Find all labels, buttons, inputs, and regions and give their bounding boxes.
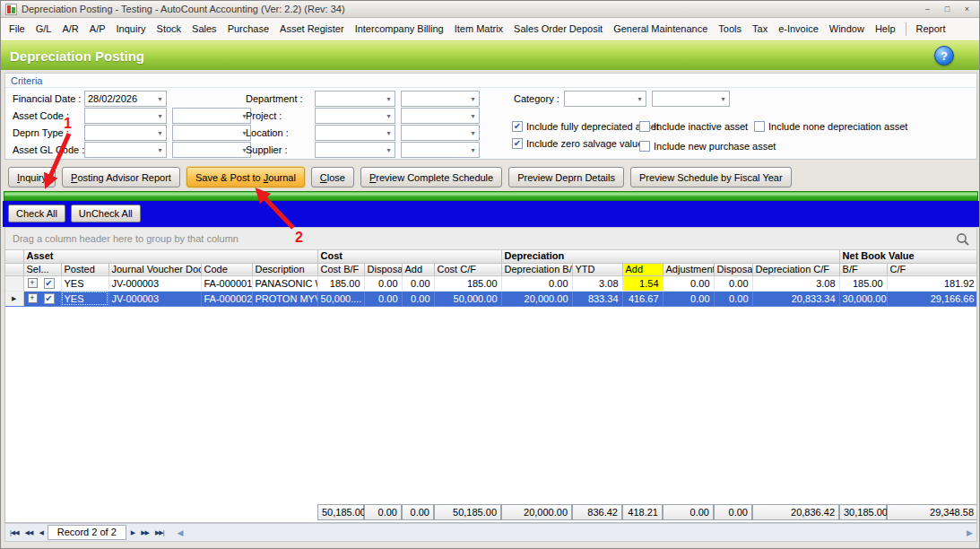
last-record-icon[interactable]: ▶▶| xyxy=(153,529,166,536)
cell-add-10[interactable]: 1.54 xyxy=(622,275,663,291)
menu-item-general-maintenance[interactable]: General Maintenance xyxy=(608,18,713,40)
checkbox-include-zero-salvage-value[interactable]: ✔Include zero salvage value xyxy=(512,137,643,150)
checked-checkbox-icon[interactable]: ✔ xyxy=(512,121,523,132)
asset-gl-code-dropdown-1[interactable]: ▾ xyxy=(84,142,167,158)
menu-item-stock[interactable]: Stock xyxy=(152,18,187,40)
menu-item-a-p[interactable]: A/P xyxy=(84,18,111,40)
scroll-left-icon[interactable]: ◀ xyxy=(178,528,184,537)
prior-page-icon[interactable]: ◀◀ xyxy=(23,529,35,536)
menu-item-g-l[interactable]: G/L xyxy=(30,18,57,40)
menu-item-a-r[interactable]: A/R xyxy=(56,18,83,40)
row-checkbox[interactable]: ✔ xyxy=(44,278,55,289)
project-dropdown-2[interactable]: ▾ xyxy=(401,108,480,124)
cell-depreciation-c-f-13[interactable]: 20,833.34 xyxy=(752,291,839,306)
preview-schedule-by-fiscal-year-button[interactable]: Preview Schedule by Fiscal Year xyxy=(630,167,792,187)
checkbox-include-fully-depreciated-asset[interactable]: ✔Include fully depreciated asset xyxy=(512,120,659,133)
next-page-icon[interactable]: ▶▶ xyxy=(139,529,151,536)
group-header-depreciation[interactable]: Depreciation xyxy=(501,250,839,263)
cell-add-10[interactable]: 416.67 xyxy=(622,291,663,306)
menu-item-tax[interactable]: Tax xyxy=(747,18,773,40)
close-button[interactable]: Close xyxy=(311,167,354,187)
column-header-disposal-13[interactable]: Disposal xyxy=(714,263,752,275)
table-row[interactable]: +✔YESJV-000003FA-000001PANASONIC WA...18… xyxy=(5,275,977,291)
column-header-add-7[interactable]: Add xyxy=(402,263,434,275)
prior-record-icon[interactable]: ◀ xyxy=(37,529,44,536)
preview-deprn-details-button[interactable]: Preview Deprn Details xyxy=(508,167,624,187)
uncheck-all-button[interactable]: UnCheck All xyxy=(71,205,141,222)
column-header-description-4[interactable]: Description xyxy=(252,263,317,275)
cell-depreciation-b-f-8[interactable]: 0.00 xyxy=(501,275,572,291)
cell-ytd-9[interactable]: 833.34 xyxy=(572,291,622,306)
asset-code-dropdown-1[interactable]: ▾ xyxy=(84,108,167,124)
cell-posted-0[interactable]: YES xyxy=(61,291,108,306)
column-header-ytd-10[interactable]: YTD xyxy=(572,263,622,275)
select-cell[interactable]: +✔ xyxy=(23,275,61,291)
menu-item-intercompany-billing[interactable]: Intercompany Billing xyxy=(350,18,449,40)
column-header-disposal-6[interactable]: Disposal xyxy=(364,263,402,275)
close-icon[interactable]: × xyxy=(959,4,975,15)
asset-gl-code-dropdown-2[interactable]: ▾ xyxy=(172,142,251,158)
cell-journal-voucher-doc-no-1[interactable]: JV-000003 xyxy=(108,291,201,306)
scroll-right-icon[interactable]: ▶ xyxy=(967,528,973,537)
location-dropdown-2[interactable]: ▾ xyxy=(401,125,480,141)
column-header-cost-c-f-8[interactable]: Cost C/F xyxy=(434,263,501,275)
cell-adjustment-11[interactable]: 0.00 xyxy=(663,275,714,291)
column-header-b-f-15[interactable]: B/F xyxy=(839,263,887,275)
column-header-code-3[interactable]: Code xyxy=(201,263,252,275)
cell-cost-b-f-4[interactable]: 50,000.... xyxy=(317,291,364,306)
search-icon[interactable] xyxy=(956,232,970,247)
supplier-dropdown-2[interactable]: ▾ xyxy=(401,142,480,158)
column-header-adjustment-12[interactable]: Adjustment xyxy=(663,263,714,275)
checkbox-include-inactive-asset[interactable]: Include inactive asset xyxy=(639,120,748,133)
column-header-c-f-16[interactable]: C/F xyxy=(887,263,977,275)
group-header-asset[interactable]: Asset xyxy=(23,250,317,263)
expand-icon[interactable]: + xyxy=(28,293,38,303)
menu-item-sales-order-deposit[interactable]: Sales Order Deposit xyxy=(508,18,608,40)
first-record-icon[interactable]: |◀◀ xyxy=(8,529,21,536)
menu-item-help[interactable]: Help xyxy=(870,18,901,40)
group-header-cost[interactable]: Cost xyxy=(317,250,501,263)
unchecked-checkbox-icon[interactable] xyxy=(639,141,650,152)
menu-item-sales[interactable]: Sales xyxy=(186,18,222,40)
cell-ytd-9[interactable]: 3.08 xyxy=(572,275,622,291)
cell-b-f-14[interactable]: 30,000.00 xyxy=(839,291,887,306)
checkbox-include-new-purchase-asset[interactable]: Include new purchase asset xyxy=(639,140,776,152)
menu-item-e-invoice[interactable]: e-Invoice xyxy=(773,18,824,40)
department-dropdown-2[interactable]: ▾ xyxy=(401,91,480,107)
restore-icon[interactable]: □ xyxy=(940,4,955,15)
column-header-cost-b-f-5[interactable]: Cost B/F xyxy=(317,263,364,275)
asset-code-dropdown-2[interactable]: ▾ xyxy=(172,108,251,124)
deprn-type-dropdown-2[interactable]: ▾ xyxy=(172,125,251,141)
posting-advisor-report-button[interactable]: Posting Advisor Report xyxy=(62,167,180,187)
cell-disposal-12[interactable]: 0.00 xyxy=(714,275,752,291)
cell-disposal-5[interactable]: 0.00 xyxy=(364,275,402,291)
cell-code-2[interactable]: FA-000002 xyxy=(201,291,252,306)
cell-c-f-15[interactable]: 29,166.66 xyxy=(887,291,977,306)
menu-item-window[interactable]: Window xyxy=(824,18,870,40)
cell-posted-0[interactable]: YES xyxy=(61,275,108,291)
table-row[interactable]: ▶+✔YESJV-000003FA-000002PROTON MYVI50,00… xyxy=(5,291,977,306)
menu-item-purchase[interactable]: Purchase xyxy=(222,18,274,40)
cell-disposal-5[interactable]: 0.00 xyxy=(364,291,402,306)
checkbox-include-none-depreciation-asset[interactable]: Include none depreciation asset xyxy=(754,120,907,133)
project-dropdown-1[interactable]: ▾ xyxy=(315,108,395,124)
cell-c-f-15[interactable]: 181.92 xyxy=(887,275,977,291)
cell-depreciation-b-f-8[interactable]: 20,000.00 xyxy=(501,291,572,306)
help-icon[interactable]: ? xyxy=(934,46,954,65)
category-dropdown-2[interactable]: ▾ xyxy=(652,91,730,107)
cell-cost-c-f-7[interactable]: 50,000.00 xyxy=(434,291,501,306)
column-header-posted-1[interactable]: Posted xyxy=(61,263,108,275)
select-cell[interactable]: +✔ xyxy=(23,291,61,306)
expand-icon[interactable]: + xyxy=(28,278,38,288)
menu-item-tools[interactable]: Tools xyxy=(713,18,747,40)
row-checkbox[interactable]: ✔ xyxy=(44,293,55,304)
column-header-sel-0[interactable]: Sel... xyxy=(23,263,61,275)
category-dropdown-1[interactable]: ▾ xyxy=(564,91,646,107)
minimize-icon[interactable]: – xyxy=(920,4,935,15)
save-post-to-journal-button[interactable]: Save & Post to Journal xyxy=(186,167,305,187)
deprn-type-dropdown-1[interactable]: ▾ xyxy=(84,125,167,141)
cell-disposal-12[interactable]: 0.00 xyxy=(714,291,752,306)
cell-journal-voucher-doc-no-1[interactable]: JV-000003 xyxy=(108,275,201,291)
column-header-add-11[interactable]: Add xyxy=(622,263,663,275)
cell-code-2[interactable]: FA-000001 xyxy=(201,275,252,291)
